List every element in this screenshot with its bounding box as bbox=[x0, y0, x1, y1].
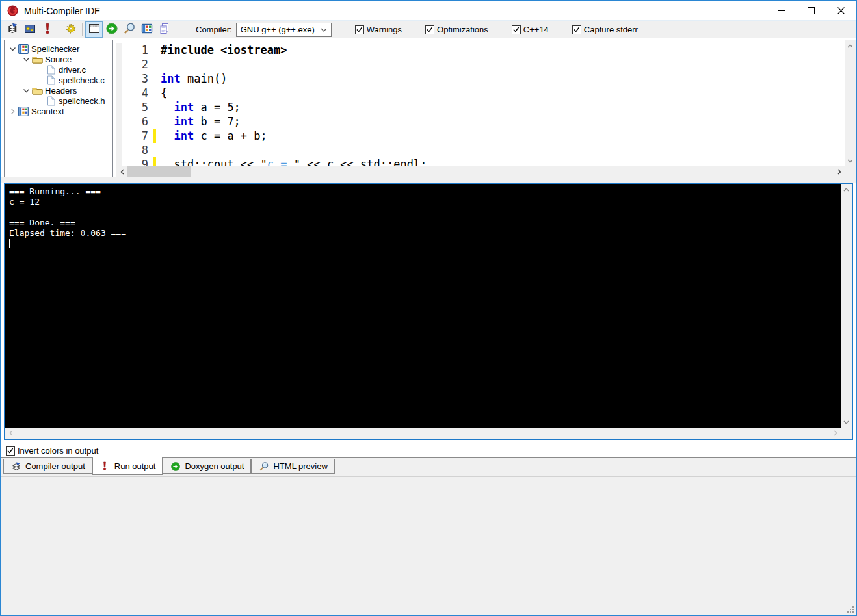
scrollbar-thumb[interactable] bbox=[127, 166, 191, 177]
code-text[interactable] bbox=[156, 143, 845, 157]
project-tree[interactable]: SpellcheckerSourcedriver.cspellcheck.cHe… bbox=[4, 40, 113, 177]
splitter-sash[interactable] bbox=[1, 177, 856, 183]
warnings-checkbox[interactable]: Warnings bbox=[355, 25, 402, 34]
tree-item-label: Headers bbox=[45, 86, 77, 96]
scroll-right-icon[interactable] bbox=[834, 166, 845, 177]
code-token: { bbox=[161, 86, 167, 99]
maximize-button[interactable] bbox=[796, 1, 826, 20]
line-number: 6 bbox=[116, 114, 153, 129]
tree-item-driver-c[interactable]: driver.c bbox=[5, 64, 112, 75]
code-editor[interactable]: 1#include <iostream>23int main()4{5 int … bbox=[116, 40, 845, 166]
scroll-up-icon[interactable] bbox=[845, 40, 856, 51]
stop-build-icon bbox=[64, 22, 77, 37]
spreadsheet-button[interactable] bbox=[138, 21, 155, 38]
title-bar[interactable]: Multi-Compiler IDE bbox=[1, 1, 856, 20]
compiler-label: Compiler: bbox=[196, 25, 232, 34]
app-icon bbox=[7, 5, 18, 16]
code-text[interactable] bbox=[156, 57, 845, 71]
line-number: 5 bbox=[116, 100, 153, 114]
code-token bbox=[161, 115, 174, 128]
scroll-down-icon[interactable] bbox=[845, 155, 856, 166]
code-text[interactable]: int a = 5; bbox=[156, 100, 845, 114]
scroll-left-icon[interactable] bbox=[116, 166, 127, 177]
line-number: 3 bbox=[116, 71, 153, 86]
tab-run-output[interactable]: Run output bbox=[92, 457, 163, 475]
tree-item-spellchecker[interactable]: Spellchecker bbox=[5, 44, 112, 54]
invert-colors-checkbox[interactable] bbox=[6, 446, 15, 456]
optimizations-checkbox[interactable]: Optimizations bbox=[425, 25, 488, 34]
app-window: Multi-Compiler IDE Compiler: GNU g++ (g+… bbox=[0, 0, 857, 616]
tab-label: HTML preview bbox=[273, 461, 327, 471]
line-number: 2 bbox=[116, 57, 153, 71]
expander-expanded-icon[interactable] bbox=[21, 85, 31, 96]
tree-item-label: Source bbox=[45, 55, 72, 64]
copy-button[interactable] bbox=[155, 21, 173, 38]
toolbar-separator bbox=[59, 23, 59, 36]
code-text[interactable]: int main() bbox=[156, 71, 845, 86]
tree-item-label: spellcheck.c bbox=[59, 75, 105, 85]
show-errors-button[interactable] bbox=[38, 21, 56, 38]
code-text[interactable]: #include <iostream> bbox=[156, 43, 845, 57]
text-cursor bbox=[9, 239, 10, 248]
show-errors-icon bbox=[99, 461, 111, 472]
cpp14-checkbox[interactable]: C++14 bbox=[512, 25, 549, 34]
editor-line-5: 5 int a = 5; bbox=[116, 100, 845, 114]
show-errors-icon bbox=[41, 22, 54, 37]
html-preview-button[interactable] bbox=[120, 21, 138, 38]
tree-item-spellcheck-h[interactable]: spellcheck.h bbox=[5, 96, 112, 106]
checkbox-box[interactable] bbox=[355, 25, 364, 34]
stop-build-button[interactable] bbox=[62, 21, 79, 38]
editor-vertical-scrollbar[interactable] bbox=[845, 40, 856, 166]
compile-button[interactable] bbox=[3, 21, 21, 38]
toggle-output-window-button[interactable] bbox=[85, 21, 103, 38]
build-all-icon bbox=[23, 22, 36, 37]
code-text[interactable]: std::cout << "c = " << c << std::endl; bbox=[156, 157, 845, 166]
code-token: " << c << std::endl; bbox=[294, 158, 427, 166]
tree-item-headers[interactable]: Headers bbox=[5, 85, 112, 96]
compiler-dropdown[interactable]: GNU g++ (g++.exe) bbox=[236, 23, 332, 37]
tab-compiler-output[interactable]: Compiler output bbox=[3, 459, 92, 474]
checkbox-label: Warnings bbox=[367, 25, 402, 34]
checkbox-box[interactable] bbox=[512, 25, 521, 34]
console-line: === Running... === bbox=[9, 186, 837, 197]
scroll-down-icon[interactable] bbox=[841, 417, 852, 428]
code-text[interactable]: int b = 7; bbox=[156, 114, 845, 129]
tab-html-preview[interactable]: HTML preview bbox=[251, 459, 334, 474]
console-output[interactable]: === Running... ===c = 12 === Done. ===El… bbox=[5, 184, 841, 428]
compiler-dropdown-value: GNU g++ (g++.exe) bbox=[241, 25, 321, 34]
console-horizontal-scrollbar[interactable] bbox=[5, 428, 841, 439]
folder-icon bbox=[31, 54, 43, 64]
checkbox-box[interactable] bbox=[572, 25, 581, 34]
run-icon bbox=[105, 22, 118, 37]
capture-stderr-checkbox[interactable]: Capture stderr bbox=[572, 25, 638, 34]
resize-grip[interactable] bbox=[847, 606, 854, 613]
minimize-button[interactable] bbox=[766, 1, 796, 20]
console-line: Elapsed time: 0.063 === bbox=[9, 228, 837, 238]
checkbox-box[interactable] bbox=[425, 25, 434, 34]
tree-item-source[interactable]: Source bbox=[5, 54, 112, 64]
tree-item-scantext[interactable]: Scantext bbox=[5, 106, 112, 116]
scrollbar-corner bbox=[845, 166, 856, 177]
code-text[interactable]: int c = a + b; bbox=[156, 129, 845, 143]
code-token: int bbox=[174, 129, 194, 142]
editor-line-7: 7 int c = a + b; bbox=[116, 129, 845, 143]
expander-collapsed-icon[interactable] bbox=[7, 106, 18, 116]
editor-line-8: 8 bbox=[116, 143, 845, 157]
close-button[interactable] bbox=[826, 1, 856, 20]
scroll-left-icon[interactable] bbox=[5, 428, 16, 439]
expander-expanded-icon[interactable] bbox=[21, 54, 31, 64]
run-button[interactable] bbox=[103, 21, 120, 38]
editor-line-4: 4{ bbox=[116, 86, 845, 100]
tab-doxygen-output[interactable]: Doxygen output bbox=[163, 459, 251, 474]
scroll-right-icon[interactable] bbox=[830, 428, 841, 439]
console-line: c = 12 bbox=[9, 197, 837, 207]
line-number: 1 bbox=[116, 43, 153, 57]
code-text[interactable]: { bbox=[156, 86, 845, 100]
tree-item-spellcheck-c[interactable]: spellcheck.c bbox=[5, 75, 112, 85]
scroll-up-icon[interactable] bbox=[841, 184, 852, 195]
expander-expanded-icon[interactable] bbox=[7, 44, 18, 54]
console-vertical-scrollbar[interactable] bbox=[841, 184, 852, 428]
code-token: std::cout << " bbox=[161, 158, 267, 166]
build-all-button[interactable] bbox=[21, 21, 38, 38]
editor-horizontal-scrollbar[interactable] bbox=[116, 166, 845, 177]
